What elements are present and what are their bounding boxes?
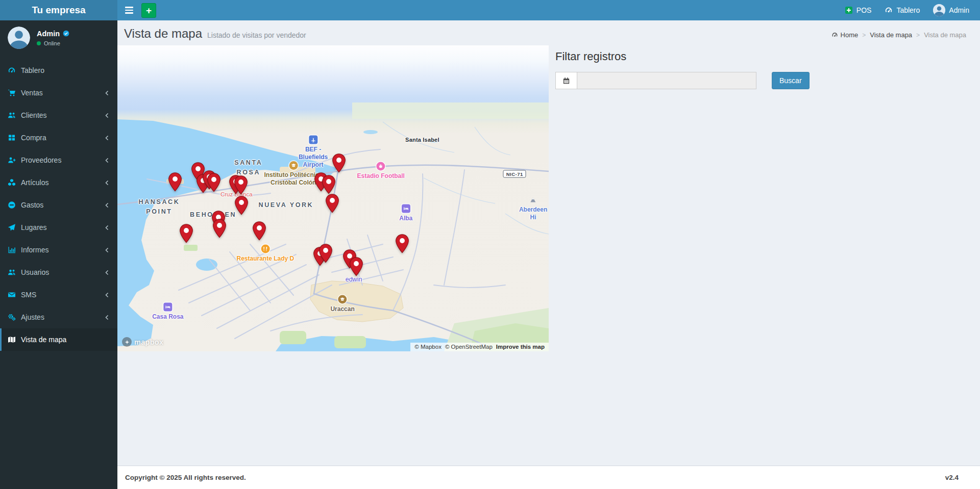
search-button[interactable]: Buscar	[772, 72, 810, 89]
sidebar-item-label: Ajustes	[21, 313, 44, 321]
poi-label: Alba	[399, 214, 412, 222]
improve-map-link[interactable]: Improve this map	[496, 344, 545, 350]
top-navbar: Tu empresa + POS Tablero Admin	[0, 0, 980, 20]
sidebar-item-gastos[interactable]: Gastos	[0, 194, 117, 216]
attribution-mapbox-link[interactable]: © Mapbox	[414, 344, 442, 350]
map-pin-17[interactable]	[395, 234, 409, 253]
user-plus-icon	[8, 156, 16, 164]
mapbox-logo[interactable]: mapbox	[122, 337, 163, 347]
sidebar-item-label: Proveedores	[21, 156, 61, 164]
sidebar-item-label: Gastos	[21, 201, 43, 209]
user-status-label: Online	[44, 40, 60, 46]
sidebar-menu: TableroVentasClientesCompraProveedoresAr…	[0, 59, 117, 351]
map-pin-15[interactable]	[322, 175, 336, 194]
breadcrumb-section[interactable]: Vista de mapa	[870, 31, 912, 39]
map-poi-uraccan: Uraccan	[330, 295, 354, 313]
avatar	[8, 27, 30, 49]
map-pin-11[interactable]	[180, 224, 193, 243]
chevron-left-icon	[104, 202, 110, 209]
nav-admin-label: Admin	[949, 6, 969, 14]
map-pin-5[interactable]	[207, 173, 221, 192]
bar-chart-icon	[8, 246, 16, 254]
sidebar-item-label: Tablero	[21, 66, 44, 74]
sidebar-item-ajustes[interactable]: Ajustes	[0, 306, 117, 328]
map-pin-12[interactable]	[253, 221, 266, 241]
user-name: Admin	[37, 30, 60, 38]
sidebar-item-label: Ventas	[21, 89, 43, 97]
breadcrumb-separator: >	[862, 32, 866, 39]
sidebar-item-label: Clientes	[21, 111, 47, 119]
map-label-nueva-york: NUEVA YORK	[259, 200, 314, 210]
plus-square-icon	[845, 6, 853, 14]
sidebar-item-sms[interactable]: SMS	[0, 284, 117, 306]
mapbox-logo-text: mapbox	[134, 338, 163, 346]
map-pin-8[interactable]	[235, 196, 249, 215]
sidebar-item-articulos[interactable]: Artículos	[0, 171, 117, 194]
map-poi-alba: Alba	[399, 204, 412, 222]
attribution-osm-link[interactable]: © OpenStreetMap	[445, 344, 493, 350]
nav-pos-label: POS	[856, 6, 872, 14]
brand-logo[interactable]: Tu empresa	[0, 0, 117, 20]
sidebar: Admin Online TableroVentasClientesCompra…	[0, 20, 117, 489]
content-body: SANTA ROSAHANSACK POINTBEHOLDENNUEVA YOR…	[117, 45, 980, 466]
date-range-input[interactable]	[577, 72, 756, 89]
content-area: Vista de mapa Listado de visitas por ven…	[117, 20, 980, 489]
nav-item-admin[interactable]: Admin	[926, 0, 976, 20]
map-pin-1[interactable]	[168, 172, 182, 192]
bed-icon	[402, 204, 410, 213]
map-pin-16[interactable]	[325, 194, 339, 213]
map-pin-7[interactable]	[234, 175, 248, 195]
chevron-left-icon	[104, 224, 110, 231]
sidebar-item-vista-de-mapa[interactable]: Vista de mapa	[0, 328, 117, 351]
map-poi-aberdeen-hi: Aberdeen Hi	[519, 196, 547, 221]
cap-icon	[338, 295, 347, 304]
mountain-icon	[529, 196, 537, 204]
avatar	[933, 4, 945, 16]
cubes-icon	[8, 178, 16, 187]
chevron-left-icon	[104, 292, 110, 298]
cap-icon	[289, 161, 298, 170]
filter-panel: Filtar registros Buscar	[549, 45, 980, 89]
fork-icon	[261, 245, 270, 253]
map-pin-21[interactable]	[350, 257, 363, 276]
sidebar-item-proveedores[interactable]: Proveedores	[0, 149, 117, 171]
map-attribution: © Mapbox © OpenStreetMap Improve this ma…	[410, 343, 549, 351]
map-pin-13[interactable]	[332, 153, 346, 173]
sidebar-item-label: SMS	[21, 291, 36, 299]
map-poi-restaurante-lady-d: Restaurante Lady D	[236, 245, 294, 263]
nav-item-pos[interactable]: POS	[838, 0, 878, 20]
sidebar-item-label: Compra	[21, 134, 46, 142]
page-title-text: Vista de mapa	[124, 27, 202, 41]
chevron-left-icon	[104, 247, 110, 253]
version-label: v2.4	[945, 474, 959, 481]
chevron-left-icon	[104, 112, 110, 119]
sidebar-item-ventas[interactable]: Ventas	[0, 82, 117, 104]
cogs-icon	[8, 313, 16, 321]
sidebar-item-label: Informes	[21, 246, 48, 254]
plane-icon	[309, 135, 317, 144]
sidebar-item-clientes[interactable]: Clientes	[0, 104, 117, 126]
stadium-icon	[377, 162, 385, 171]
dashboard-icon	[8, 66, 16, 74]
users-icon	[8, 268, 16, 276]
sidebar-item-compra[interactable]: Compra	[0, 126, 117, 149]
navbar-right: POS Tablero Admin	[838, 0, 976, 20]
sidebar-item-lugares[interactable]: Lugares	[0, 216, 117, 239]
map-label-santa-rosa: SANTA ROSA	[234, 158, 262, 177]
chevron-left-icon	[104, 135, 110, 141]
sidebar-toggle-icon[interactable]	[117, 0, 141, 20]
sidebar-item-label: Artículos	[21, 178, 48, 187]
copyright-text: Copyright © 2025 All rights reserved.	[125, 474, 246, 481]
online-status-dot	[37, 41, 41, 45]
map-pin-10[interactable]	[213, 219, 227, 238]
map-poi-casa-rosa: Casa Rosa	[152, 303, 183, 321]
nav-item-tablero[interactable]: Tablero	[878, 0, 926, 20]
breadcrumb-home[interactable]: Home	[831, 31, 859, 39]
map-canvas[interactable]: SANTA ROSAHANSACK POINTBEHOLDENNUEVA YOR…	[117, 45, 549, 351]
map-pin-19[interactable]	[319, 244, 333, 263]
sidebar-item-informes[interactable]: Informes	[0, 239, 117, 261]
sidebar-item-tablero[interactable]: Tablero	[0, 59, 117, 82]
quick-add-button[interactable]: +	[141, 3, 156, 18]
chevron-left-icon	[104, 314, 110, 321]
sidebar-item-usuarios[interactable]: Usuarios	[0, 261, 117, 284]
